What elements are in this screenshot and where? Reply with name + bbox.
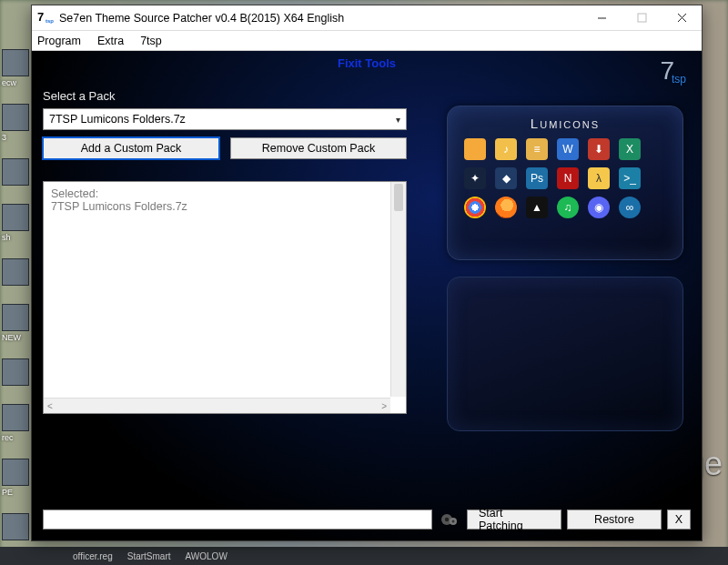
taskbar-item[interactable]: AWOLOW [186, 551, 228, 561]
steam-icon: ∞ [619, 197, 641, 218]
desktop-icon[interactable]: 3 [2, 104, 35, 142]
pack-preview-panel: Lumicons ♪≡W⬇X✦◆PsNλ>_▲♫◉∞ [447, 106, 683, 260]
taskbar-item[interactable]: StartSmart [127, 551, 171, 561]
taskbar: officer.regStartSmartAWOLOW [0, 547, 728, 565]
menu-7tsp[interactable]: 7tsp [140, 35, 162, 47]
scroll-right-icon[interactable]: > [381, 401, 387, 411]
chevron-down-icon: ▾ [396, 115, 400, 125]
horizontal-scrollbar[interactable]: < > [44, 398, 390, 413]
aimp-icon: ▲ [526, 197, 548, 218]
pack-combobox[interactable]: 7TSP Lumicons Folders.7z ▾ [43, 108, 407, 130]
desktop-icon[interactable]: ecw [2, 49, 35, 87]
logo-7tsp: 7tsp [660, 56, 689, 86]
discord-icon: ◉ [588, 197, 610, 218]
menu-program[interactable]: Program [37, 35, 81, 47]
preview-secondary-panel [447, 277, 683, 431]
desktop-icon[interactable]: rec [2, 404, 35, 442]
spotify-icon: ♫ [557, 197, 579, 218]
document-icon: ≡ [526, 138, 548, 160]
footer-close-button[interactable]: X [667, 510, 691, 530]
pack-combobox-value: 7TSP Lumicons Folders.7z [49, 113, 186, 126]
remove-custom-pack-button[interactable]: Remove Custom Pack [230, 137, 407, 159]
status-bar [43, 510, 432, 530]
app-window: 7 Se7en Theme Source Patcher v0.4 B(2015… [31, 5, 703, 541]
excel-icon: X [619, 138, 641, 160]
star-icon: ✦ [464, 167, 486, 189]
photoshop-icon: Ps [526, 167, 548, 189]
folder-icon [464, 138, 486, 160]
music-folder-icon: ♪ [495, 138, 517, 160]
taskbar-item[interactable]: officer.reg [73, 551, 113, 561]
lambda-icon: λ [588, 167, 610, 189]
minimize-button[interactable] [581, 5, 622, 30]
close-button[interactable] [662, 5, 702, 30]
list-item[interactable]: 7TSP Lumicons Folders.7z [51, 200, 388, 213]
menu-extra[interactable]: Extra [97, 35, 124, 47]
svg-point-7 [452, 520, 455, 523]
vertical-scrollbar[interactable] [390, 182, 406, 397]
desktop-icon[interactable] [2, 258, 35, 288]
client-area: Fixit Tools 7tsp Select a Pack 7TSP Lumi… [32, 51, 702, 540]
chrome-icon [464, 197, 486, 218]
select-pack-label: Select a Pack [43, 89, 407, 103]
desktop-icon[interactable] [2, 358, 35, 388]
desktop-icon[interactable]: NEW [2, 304, 35, 342]
word-icon: W [557, 138, 579, 160]
start-patching-button[interactable]: Start Patching [467, 510, 561, 530]
app-icon: 7 [37, 10, 54, 26]
pdf-icon: ⬇ [588, 138, 610, 160]
preview-icon-grid: ♪≡W⬇X✦◆PsNλ>_▲♫◉∞ [460, 138, 670, 218]
scroll-left-icon[interactable]: < [47, 401, 53, 411]
cube-icon: ◆ [495, 167, 517, 189]
desktop-icon[interactable]: PE [2, 459, 35, 497]
titlebar[interactable]: 7 Se7en Theme Source Patcher v0.4 B(2015… [32, 5, 702, 31]
svg-rect-1 [638, 14, 646, 22]
menubar: ProgramExtra7tsp [32, 31, 702, 51]
firefox-icon [495, 197, 517, 218]
preview-title: Lumicons [460, 116, 670, 131]
list-header: Selected: [51, 187, 388, 200]
desktop-icon[interactable] [2, 158, 35, 187]
svg-point-5 [445, 518, 449, 521]
add-custom-pack-button[interactable]: Add a Custom Pack [43, 137, 219, 159]
gear-icon[interactable] [438, 510, 461, 530]
fixit-tools-link[interactable]: Fixit Tools [32, 51, 702, 70]
terminal-icon: >_ [619, 167, 641, 189]
desktop-icon[interactable] [2, 513, 35, 542]
desktop-icon[interactable]: sh [2, 204, 35, 242]
selected-pack-listbox[interactable]: Selected: 7TSP Lumicons Folders.7z < > [43, 181, 407, 414]
restore-button[interactable]: Restore [567, 510, 662, 530]
netflix-icon: N [557, 167, 579, 189]
window-title: Se7en Theme Source Patcher v0.4 B(2015) … [59, 12, 581, 25]
maximize-button[interactable] [622, 5, 662, 30]
